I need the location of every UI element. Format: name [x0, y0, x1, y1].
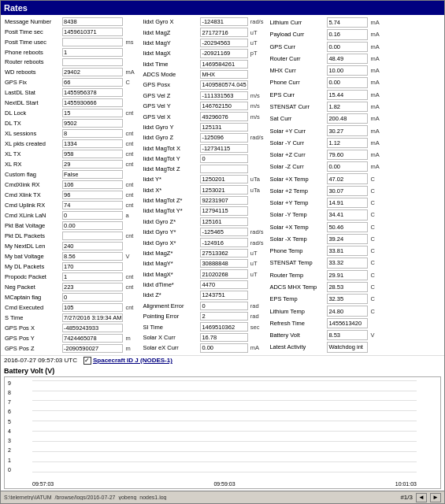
row-value: 8 — [62, 129, 123, 138]
row-label: Battery Volt — [269, 330, 325, 340]
row-unit: mA — [369, 102, 382, 112]
table-row: GPS Pos Y7424465078m — [4, 334, 137, 343]
row-label: Iidxt dTime* — [142, 280, 198, 289]
table-row: ADCS MHX Temp28.53C — [269, 282, 382, 292]
row-label: Iidxt Y* — [142, 175, 198, 183]
table-row: SI Time1469510362sec — [142, 322, 264, 331]
next-button[interactable]: ► — [430, 493, 441, 502]
row-unit: rad/s — [250, 238, 265, 246]
table-row: Iidxt Gyro Y*-125465rad/s — [142, 228, 264, 236]
row-label: Solar X Curr — [142, 333, 198, 342]
row-value: 0.00 — [327, 161, 368, 172]
table-row: Router Temp29.91C — [269, 270, 382, 280]
table-row: Refresh Time1455613420 — [269, 318, 382, 328]
row-unit: mA — [369, 29, 382, 39]
row-unit — [124, 293, 137, 302]
table-row: My DL Packets170 — [4, 262, 137, 271]
row-value: 49296076 — [200, 112, 247, 120]
row-value: 1455613420 — [327, 318, 368, 328]
row-unit: mA — [369, 54, 382, 64]
row-value: 33.32 — [327, 258, 368, 268]
y-axis-label: 4 — [8, 428, 11, 434]
status-right: #1/3 ◄ ► — [400, 493, 441, 502]
table-row: Solar +X Temp47.02C — [269, 173, 382, 183]
row-unit — [250, 123, 265, 132]
row-value: 27172716 — [200, 28, 247, 36]
row-unit — [250, 333, 265, 342]
table-row: Iidxt Gyro Z*125161 — [142, 217, 264, 226]
row-unit — [369, 318, 382, 328]
table-row: DL Lock15cnt — [4, 109, 137, 117]
row-unit: mA — [369, 161, 382, 172]
table-row: Iidxt dTime*4470 — [142, 280, 264, 289]
row-unit — [250, 165, 265, 173]
row-unit — [250, 291, 265, 299]
table-row: GPS Vel X49296076m/s — [142, 112, 264, 120]
row-label: Solar -Y Curr — [269, 138, 325, 148]
row-value: 74 — [62, 201, 123, 209]
row-unit: cnt — [124, 109, 137, 117]
row-value: 96 — [62, 191, 123, 199]
row-label: Lithium Temp — [269, 306, 325, 316]
row-value: 30888848 — [200, 259, 247, 268]
row-unit: cnt — [124, 201, 137, 209]
row-value: 0.00 — [327, 77, 368, 87]
row-unit: uT — [250, 39, 265, 47]
row-unit — [124, 48, 137, 57]
spacecraft-checkbox[interactable]: ✓ — [83, 357, 91, 365]
row-label: Iidxt Gyro Z* — [142, 217, 198, 226]
row-label: GPS Pos X — [4, 324, 61, 332]
row-unit — [124, 28, 137, 36]
row-label: Solar -Z Curr — [269, 161, 325, 172]
row-value: 12794115 — [200, 206, 247, 215]
grid-line — [32, 410, 417, 411]
prev-button[interactable]: ◄ — [416, 493, 427, 502]
table-row: Lithium Curr5.74mA — [269, 17, 382, 28]
table-row: Posit Time sec1459610371 — [4, 28, 137, 36]
table-row: GPS Vel Y146762150m/s — [142, 102, 264, 110]
row-label: Iidxt MagY — [142, 39, 198, 47]
grid-line — [32, 391, 417, 391]
row-label: Iidxt MagX* — [142, 269, 198, 278]
spacecraft-checkbox-wrap: ✓ Spacecraft ID J (NODES-1) — [83, 357, 172, 365]
row-label: GPS Vel Y — [142, 102, 198, 110]
row-unit: mA — [369, 150, 382, 160]
row-unit: mA — [369, 65, 382, 76]
table-row: Posit Time usecms — [4, 38, 137, 46]
row-unit: rad/s — [250, 228, 265, 236]
spacecraft-label[interactable]: Spacecraft ID J (NODES-1) — [93, 357, 172, 364]
row-value: 0.16 — [327, 29, 368, 39]
row-value: 240 — [62, 242, 123, 250]
row-unit — [124, 88, 137, 97]
row-value: 0 — [200, 154, 247, 163]
y-axis-label: 6 — [8, 409, 11, 414]
table-row: WD reboots29402mA — [4, 68, 137, 76]
row-value: 0 — [62, 211, 123, 220]
main-window: Rates Message Number8438Posit Time sec14… — [0, 0, 445, 504]
table-row: Pkt DL Packetscnt — [4, 232, 137, 240]
row-value: 0.00 — [62, 221, 123, 230]
row-value: 223 — [62, 283, 123, 291]
table-row: Solar -Z Curr0.00mA — [269, 161, 382, 172]
row-unit: rad/s — [250, 133, 265, 142]
row-value: 30.27 — [327, 125, 368, 135]
row-label: Phone reboots — [4, 48, 61, 57]
table-row: Pkt Bat Voltage0.00 — [4, 221, 137, 230]
row-unit — [124, 17, 137, 26]
row-value: 29 — [62, 160, 123, 169]
row-value: 66 — [62, 78, 123, 87]
row-unit: uT — [250, 259, 265, 268]
row-value: 200.48 — [327, 113, 368, 124]
row-label: ADCS MHX Temp — [269, 282, 325, 292]
row-unit — [250, 80, 265, 89]
row-value: 1243751 — [200, 291, 247, 299]
row-unit — [250, 206, 265, 215]
row-value: 24.80 — [327, 306, 368, 316]
row-unit: C — [369, 173, 382, 183]
row-value: 79.60 — [327, 150, 368, 160]
row-unit: cnt — [124, 129, 137, 138]
table-row: CmdXlink RX106cnt — [4, 180, 137, 189]
row-label: GPS Fix — [4, 78, 61, 87]
row-label: DL Lock — [4, 109, 61, 117]
row-value: -12734115 — [200, 144, 247, 153]
